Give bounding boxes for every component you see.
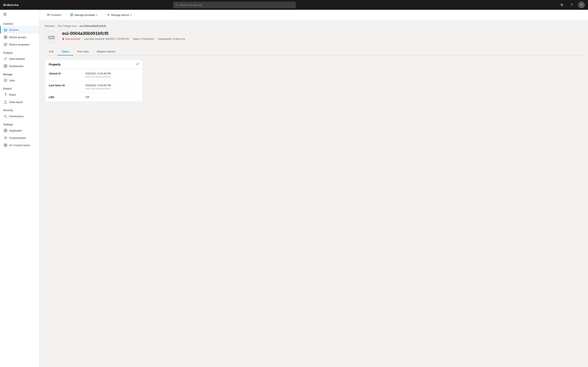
sidebar-item-application[interactable]: Application (0, 127, 39, 134)
manage-template-chevron: ▾ (96, 14, 98, 16)
tab-status[interactable]: Status (58, 48, 73, 55)
sidebar-label-rules: Rules (9, 93, 16, 96)
svg-rect-5 (6, 37, 7, 39)
page-content: Devices › The Things Uno › eui-0004a30b0… (39, 20, 588, 367)
sidebar-label-dashboards: Dashboards (9, 65, 24, 68)
svg-point-17 (5, 137, 6, 138)
sidebar-item-iot-central-home[interactable]: IoT Central Home (0, 142, 39, 149)
data-explorer-icon (4, 57, 7, 60)
manage-device-chevron: ▾ (130, 14, 131, 16)
manage-device-icon (107, 13, 110, 17)
breadcrumb-devices[interactable]: Devices (45, 25, 54, 27)
sidebar-section-extend: Extend (0, 84, 39, 91)
svg-rect-19 (6, 144, 7, 145)
provisioned-status: Status: Provisioned (133, 38, 154, 40)
breadcrumb-things-uno[interactable]: The Things Uno (58, 25, 76, 27)
main-layout: ☰ Connect Devices Device groups Device t… (0, 10, 588, 367)
table-row: LED Off (45, 93, 143, 101)
svg-rect-15 (4, 131, 5, 132)
device-header: eui-0004a30b001bfcf0 ✖ Disconnected | La… (45, 31, 582, 44)
connect-button[interactable]: Connect (44, 12, 64, 18)
expand-icon[interactable] (136, 63, 139, 66)
sidebar-toggle[interactable]: ☰ (0, 10, 39, 19)
property-val-joined-at: 5/6/2022, 3:14:48 PM read only device pr… (86, 72, 111, 78)
svg-rect-27 (49, 37, 53, 38)
data-export-icon (4, 100, 7, 104)
sidebar-item-data-export[interactable]: Data export (0, 98, 39, 106)
connect-label: Connect (51, 13, 61, 17)
permissions-icon (4, 115, 7, 118)
sidebar-section-security: Security (0, 106, 39, 113)
sidebar-label-devices: Devices (9, 28, 18, 31)
breadcrumb-sep-1: › (56, 25, 56, 27)
property-key-last-seen: Last Seen At (49, 84, 86, 90)
last-data: Last data received: 5/6/2022, 5:53:06 PM (84, 38, 129, 40)
svg-rect-2 (4, 36, 5, 37)
sidebar-item-devices[interactable]: Devices (0, 26, 39, 33)
help-button[interactable]: ? (568, 2, 575, 8)
customization-icon (4, 136, 7, 140)
toolbar-divider-2 (102, 13, 102, 17)
svg-rect-20 (4, 145, 5, 147)
manage-device-label: Manage device (111, 13, 129, 17)
svg-rect-7 (4, 65, 5, 66)
sidebar-item-jobs[interactable]: Jobs (0, 77, 39, 84)
device-icon (45, 31, 58, 44)
connect-icon (47, 13, 50, 17)
tab-raw-data[interactable]: Raw data (73, 48, 93, 55)
tab-mapped-aliases[interactable]: Mapped aliases (93, 48, 120, 55)
svg-point-28 (53, 37, 54, 38)
manage-device-button[interactable]: Manage device ▾ (104, 12, 134, 18)
tab-edit[interactable]: Edit (45, 48, 58, 55)
manage-template-button[interactable]: Manage template ▾ (67, 12, 100, 18)
sidebar-section-analyze: Analyze (0, 48, 39, 55)
iot-home-icon (4, 143, 7, 147)
breadcrumb: Devices › The Things Uno › eui-0004a30b0… (45, 25, 582, 27)
svg-point-22 (47, 14, 48, 15)
sidebar-section-settings: Settings (0, 120, 39, 127)
sidebar-label-data-explorer: Data explorer (9, 57, 25, 60)
property-key-led: LED (49, 96, 86, 99)
toolbar-divider-1 (66, 13, 66, 17)
dashboards-icon (4, 64, 7, 68)
sidebar-label-customization: Customization (9, 136, 26, 140)
topbar-actions: ⚙ ? U (559, 2, 585, 8)
breadcrumb-sep-2: › (78, 25, 78, 27)
search-input[interactable] (180, 3, 293, 7)
property-card-header: Property (45, 60, 143, 69)
device-groups-icon (4, 35, 7, 39)
svg-rect-21 (6, 145, 7, 147)
manage-template-icon (70, 13, 73, 17)
content-panel: Connect Manage template ▾ Manage device … (39, 10, 588, 367)
property-key-joined-at: Joined At (49, 72, 86, 78)
sidebar-label-data-export: Data export (9, 100, 23, 104)
svg-point-23 (49, 14, 50, 15)
topbar: tti-docs-ica ⚙ ? U (0, 0, 588, 10)
device-templates-icon (4, 43, 7, 46)
status-disconnected: ✖ Disconnected (62, 37, 80, 41)
organization: Organization: tti-docs-ica (158, 38, 185, 40)
avatar[interactable]: U (578, 2, 585, 8)
table-row: Joined At 5/6/2022, 3:14:48 PM read only… (45, 69, 143, 81)
sidebar-item-customization[interactable]: Customization (0, 134, 39, 142)
sidebar-item-permissions[interactable]: Permissions (0, 113, 39, 120)
sidebar-label-jobs: Jobs (9, 79, 15, 82)
svg-point-25 (108, 14, 109, 15)
sidebar-item-dashboards[interactable]: Dashboards (0, 62, 39, 70)
search-box[interactable] (173, 2, 296, 8)
device-info: eui-0004a30b001bfcf0 ✖ Disconnected | La… (62, 31, 185, 41)
settings-button[interactable]: ⚙ (559, 2, 565, 8)
property-card: Property Joined At 5/6/2022, 3:14:48 PM … (45, 59, 143, 102)
property-card-title: Property (49, 63, 61, 66)
sidebar-item-rules[interactable]: Rules (0, 91, 39, 98)
devices-icon (4, 28, 7, 31)
toolbar: Connect Manage template ▾ Manage device … (39, 10, 588, 20)
sidebar-item-device-templates[interactable]: Device templates (0, 41, 39, 48)
sidebar-item-data-explorer[interactable]: Data explorer (0, 55, 39, 62)
device-name: eui-0004a30b001bfcf0 (62, 31, 185, 36)
svg-rect-18 (4, 144, 5, 145)
tabs: Edit Status Raw data Mapped aliases (45, 48, 582, 55)
sidebar-item-device-groups[interactable]: Device groups (0, 33, 39, 41)
svg-point-12 (4, 115, 6, 117)
svg-rect-10 (4, 67, 5, 67)
